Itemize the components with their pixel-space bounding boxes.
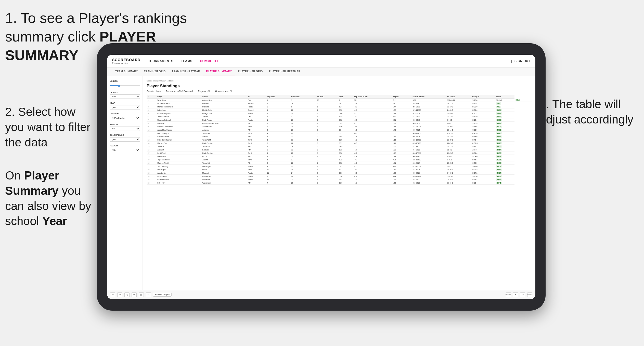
table-cell: Third <box>247 158 266 161</box>
toolbar-back-btn[interactable]: ◁ <box>124 292 130 297</box>
table-cell: East Tennessee State <box>201 122 247 125</box>
toolbar-watch-btn[interactable]: Watch <box>506 292 511 297</box>
table-cell: 500-155-35 <box>411 155 446 158</box>
table-cell: 11 <box>266 171 290 175</box>
table-cell: 58.18 <box>495 115 514 118</box>
toolbar-settings-btn[interactable]: ⚙ <box>520 292 525 297</box>
table-cell: Jacob Skov Olesen <box>156 128 201 132</box>
table-cell: 10-13-1 <box>446 175 471 178</box>
sub-nav-team-summary[interactable]: TEAM SUMMARY <box>112 67 141 76</box>
table-cell: Maxwell Ford <box>156 142 201 145</box>
annotation-bottom-year: Year <box>42 214 67 228</box>
table-cell: 24 <box>290 155 316 158</box>
table-cell: UCLA <box>201 155 247 158</box>
sub-nav-team-h2h-grid[interactable]: TEAM H2H GRID <box>141 67 169 76</box>
filter-conference: Conference: All <box>215 90 232 92</box>
table-cell: 26 <box>147 181 156 185</box>
toolbar-redo-btn[interactable]: ↪ <box>117 292 122 297</box>
no-rds-slider[interactable] <box>110 83 140 88</box>
table-cell: 25-42-0 <box>471 165 495 168</box>
filter-division-value: NCAA Division I <box>177 90 193 92</box>
table-cell: 69.0 <box>338 125 353 128</box>
table-row: 11Gordon SargentVanderbiltThird421068.7-… <box>147 132 532 135</box>
table-row: 10Jacob Skov OlesenArkansasFifth223068.4… <box>147 128 532 132</box>
table-cell: 60.89 <box>495 112 514 115</box>
table-cell: 2 <box>316 175 338 178</box>
toolbar-paste-btn[interactable]: ▤ <box>139 292 144 297</box>
table-cell: Luke Claton <box>156 108 201 112</box>
table-cell: 25 <box>290 181 316 185</box>
table-cell: 452-96-12 <box>411 178 446 181</box>
table-cell: 40.98 <box>495 161 514 165</box>
table-cell: 68.7 <box>338 105 353 108</box>
table-cell: 514-111-52 <box>411 168 446 171</box>
table-cell: Fourth <box>247 165 266 168</box>
table-cell: 40.68 <box>495 168 514 171</box>
table-cell: 1.47 <box>392 105 411 108</box>
filter-division: Division: NCAA Division I <box>166 90 193 92</box>
table-cell: 43.49 <box>495 132 514 135</box>
col-conf-rank: Conf Rank <box>290 95 316 99</box>
table-row: 17David FordNorth CarolinaThird421069.0-… <box>147 151 532 155</box>
table-cell: 23 <box>290 178 316 181</box>
gender-select[interactable]: Men <box>110 94 140 99</box>
region-select[interactable]: N/A <box>110 127 140 131</box>
slider-track <box>110 85 140 86</box>
table-cell: 3.10 <box>392 102 411 105</box>
table-cell: 22 <box>290 142 316 145</box>
table-cell: 10-10-2 <box>446 105 471 108</box>
table-cell: 2.01 <box>392 118 411 122</box>
nav-teams[interactable]: TEAMS <box>181 59 192 63</box>
table-cell: -1.7 <box>353 175 392 178</box>
table-cell: 1 <box>266 118 290 122</box>
table-cell: 16 <box>147 148 156 151</box>
table-row: 14Maxwell FordNorth CarolinaThird722069.… <box>147 142 532 145</box>
nav-committee[interactable]: COMMITTEE <box>200 59 220 63</box>
toolbar-download-btn[interactable]: ⬇ <box>513 292 518 297</box>
toolbar-clock-btn[interactable]: ⏱ <box>146 292 151 297</box>
table-cell: 2.34 <box>392 112 411 115</box>
sub-nav-player-summary[interactable]: PLAYER SUMMARY <box>203 67 235 76</box>
table-cell: 61-20-2 <box>471 112 495 115</box>
conference-select[interactable]: (All) <box>110 137 140 142</box>
filter-division-label: Division: <box>166 90 176 92</box>
division-select[interactable]: NCAA Division I <box>110 116 140 120</box>
sub-nav-player-h2h-grid[interactable]: PLAYER H2H GRID <box>235 67 266 76</box>
table-cell: Michael Thorbjornsen <box>156 105 201 108</box>
sub-nav-player-h2h-heatmap[interactable]: PLAYER H2H HEATMAP <box>266 67 303 76</box>
table-cell: Fourth <box>247 112 266 115</box>
year-select[interactable]: (All) <box>110 105 140 109</box>
year-section: Year (All) <box>110 102 140 109</box>
logo-area: SCOREBOARD Powered by clippi <box>112 58 140 64</box>
toolbar-share-btn[interactable]: Share <box>527 292 532 297</box>
sub-nav-team-h2h-heatmap[interactable]: TEAM H2H HEATMAP <box>169 67 203 76</box>
table-cell: 13-18-2 <box>446 145 471 148</box>
table-row: 4Luke ClatonFlorida StateSecond127268.2-… <box>147 108 532 112</box>
table-cell: 68.0 <box>338 112 353 115</box>
table-cell: 68.2 <box>338 118 353 122</box>
toolbar-copy-btn[interactable]: ⧉ <box>132 292 137 297</box>
table-cell: Third <box>247 151 266 155</box>
data-area: Update time: 27/03/2024 16:56:26 Player … <box>143 76 535 290</box>
region-section: Region N/A <box>110 123 140 131</box>
nav-tournaments[interactable]: TOURNAMENTS <box>148 59 173 63</box>
table-cell: 2 <box>316 118 338 122</box>
table-cell: Third <box>247 125 266 128</box>
view-original-btn[interactable]: 👁 View: Original <box>153 293 172 297</box>
table-cell: 7 <box>266 181 290 185</box>
table-cell: 67.3 <box>338 115 353 118</box>
table-cell: 44-26-0 <box>471 128 495 132</box>
table-cell: 27 <box>290 118 316 122</box>
sign-out-link[interactable]: Sign out <box>514 59 530 63</box>
player-select[interactable]: (All) <box>110 148 140 152</box>
table-cell: 0 <box>316 132 338 135</box>
table-cell: 26-25-3 <box>446 151 471 155</box>
table-cell: 377-82-17 <box>411 145 446 148</box>
table-cell: 387-133-16 <box>411 132 446 135</box>
table-cell: 9 <box>147 125 156 128</box>
table-cell: 2 <box>316 122 338 125</box>
table-cell: 13 <box>147 138 156 142</box>
table-cell: Luke Powell <box>156 155 201 158</box>
toolbar-undo-btn[interactable]: ↩ <box>110 292 115 297</box>
table-cell: 0.74 <box>392 175 411 178</box>
